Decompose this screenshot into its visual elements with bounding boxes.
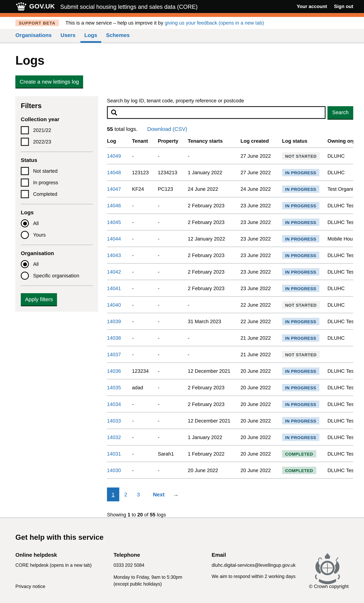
log-created-cell: 20 June 2022	[241, 363, 282, 379]
property-cell: -	[158, 148, 188, 164]
tenant-cell: 123123	[132, 164, 158, 181]
nav-item-organisations[interactable]: Organisations	[12, 29, 56, 43]
log-id-link[interactable]: 14039	[107, 319, 121, 325]
phase-banner: SUPPORT BETA This is a new service – hel…	[0, 17, 364, 29]
pagination-next-link[interactable]: Next	[148, 487, 169, 501]
checkbox-2021-22[interactable]	[21, 126, 29, 134]
tenancy-starts-cell: 12 December 2021	[188, 412, 241, 429]
table-row: 14031 - Sarah1 1 February 2022 20 June 2…	[107, 446, 353, 462]
apply-filters-button[interactable]: Apply filters	[21, 293, 57, 306]
checkbox-row-not-started[interactable]: Not started	[21, 167, 93, 175]
crown-copyright-link[interactable]: © Crown copyright	[309, 584, 349, 589]
create-lettings-log-button[interactable]: Create a new lettings log	[15, 76, 83, 88]
checkbox-completed[interactable]	[21, 190, 29, 198]
checkbox-in-progress[interactable]	[21, 179, 29, 187]
tenancy-starts-cell: -	[188, 148, 241, 164]
checkbox-2022-23[interactable]	[21, 138, 29, 146]
log-id-link[interactable]: 14043	[107, 253, 121, 258]
log-status-cell: COMPLETED	[282, 446, 328, 462]
log-id-link[interactable]: 14031	[107, 451, 121, 457]
log-id-link[interactable]: 14040	[107, 302, 121, 308]
tenancy-starts-cell: 2 February 2023	[188, 379, 241, 396]
log-created-cell: 20 June 2022	[241, 429, 282, 446]
table-row: 14036 123234 - 12 December 2021 20 June …	[107, 363, 353, 379]
radio-row-org-all[interactable]: All	[21, 260, 93, 268]
checkbox-row-in-progress[interactable]: In progress	[21, 179, 93, 187]
log-id-link[interactable]: 14037	[107, 352, 121, 358]
radio-logs-yours[interactable]	[21, 231, 29, 239]
telephone-hours: Monday to Friday, 9am to 5:30pm	[113, 574, 211, 580]
core-helpdesk-link[interactable]: CORE helpdesk (opens in a new tab)	[15, 563, 92, 568]
radio-org-specific[interactable]	[21, 272, 29, 280]
service-name-link[interactable]: Submit social housing lettings and sales…	[60, 3, 297, 10]
radio-row-logs-yours[interactable]: Yours	[21, 231, 93, 239]
tenancy-starts-cell: -	[188, 330, 241, 346]
log-id-link[interactable]: 14046	[107, 203, 121, 209]
log-id-link[interactable]: 14036	[107, 368, 121, 374]
nav-item-users[interactable]: Users	[57, 29, 79, 43]
property-cell: Sarah1	[158, 446, 188, 462]
table-row: 14047 KF24 PC123 24 June 2022 24 June 20…	[107, 181, 353, 197]
sign-out-link[interactable]: Sign out	[334, 4, 353, 9]
log-id-link[interactable]: 14035	[107, 385, 121, 391]
search-input[interactable]	[108, 107, 325, 118]
log-id-link[interactable]: 14044	[107, 236, 121, 242]
your-account-link[interactable]: Your account	[297, 4, 327, 9]
radio-row-org-specific[interactable]: Specific organisation	[21, 272, 93, 280]
email-note: We aim to respond within 2 working days	[211, 573, 316, 579]
property-cell: -	[158, 462, 188, 479]
email-link[interactable]: dluhc.digital-services@levellingup.gov.u…	[211, 563, 295, 568]
log-id-link[interactable]: 14049	[107, 153, 121, 159]
property-cell: -	[158, 214, 188, 230]
owning-org-cell	[328, 346, 353, 363]
tenant-cell: -	[132, 313, 158, 330]
log-id-link[interactable]: 14033	[107, 418, 121, 424]
log-id-link[interactable]: 14034	[107, 401, 121, 407]
checkbox-row-completed[interactable]: Completed	[21, 190, 93, 198]
logs-table: Log Tenant Property Tenancy starts Log c…	[107, 133, 353, 479]
tenancy-starts-cell: 1 February 2022	[188, 446, 241, 462]
table-row: 14041 - - 2 February 2023 23 June 2022 I…	[107, 280, 353, 297]
log-id-link[interactable]: 14047	[107, 186, 121, 192]
checkbox-label: Completed	[33, 191, 57, 197]
privacy-notice-link[interactable]: Privacy notice	[15, 584, 45, 589]
tenant-cell: -	[132, 297, 158, 313]
log-id-link[interactable]: 14030	[107, 468, 121, 474]
checkbox-row-2022-23[interactable]: 2022/23	[21, 138, 93, 146]
status-badge: IN PROGRESS	[282, 235, 319, 243]
search-button[interactable]: Search	[328, 106, 353, 119]
checkbox-not-started[interactable]	[21, 167, 29, 175]
log-id-link[interactable]: 14038	[107, 335, 121, 341]
log-id-link[interactable]: 14041	[107, 286, 121, 291]
tenant-cell: -	[132, 396, 158, 412]
govuk-logo-link[interactable]: GOV.UK	[15, 2, 55, 11]
filters-divider	[21, 245, 93, 245]
log-created-cell: 23 June 2022	[241, 214, 282, 230]
log-id-link[interactable]: 14032	[107, 434, 121, 440]
pagination-page-2[interactable]: 2	[119, 487, 132, 501]
nav-item-schemes[interactable]: Schemes	[102, 29, 134, 43]
header-accent-bar	[0, 13, 364, 17]
radio-row-logs-all[interactable]: All	[21, 220, 93, 228]
owning-org-cell: DLUHC Tes	[328, 313, 353, 330]
log-id-link[interactable]: 14042	[107, 269, 121, 275]
col-header-log-created: Log created	[241, 133, 282, 148]
checkbox-row-2021-22[interactable]: 2021/22	[21, 126, 93, 134]
log-id-link[interactable]: 14045	[107, 220, 121, 225]
log-status-cell: IN PROGRESS	[282, 247, 328, 264]
download-csv-link[interactable]: Download (CSV)	[147, 126, 187, 132]
radio-org-all[interactable]	[21, 260, 29, 268]
log-status-cell: IN PROGRESS	[282, 379, 328, 396]
showing-prefix: Showing	[107, 512, 128, 518]
radio-logs-all[interactable]	[21, 220, 29, 228]
pagination-page-3[interactable]: 3	[132, 487, 144, 501]
nav-item-logs[interactable]: Logs	[80, 29, 101, 43]
footer: Get help with this service Online helpde…	[0, 518, 364, 603]
filters-divider	[21, 286, 93, 286]
log-id-link[interactable]: 14048	[107, 170, 121, 176]
property-cell: -	[158, 264, 188, 280]
feedback-link[interactable]: giving us your feedback (opens in a new …	[165, 20, 264, 26]
table-row: 14040 - - - 22 June 2022 NOT STARTED DLU…	[107, 297, 353, 313]
page-root: GOV.UK Submit social housing lettings an…	[0, 0, 364, 603]
pagination-page-1-current[interactable]: 1	[107, 487, 119, 501]
